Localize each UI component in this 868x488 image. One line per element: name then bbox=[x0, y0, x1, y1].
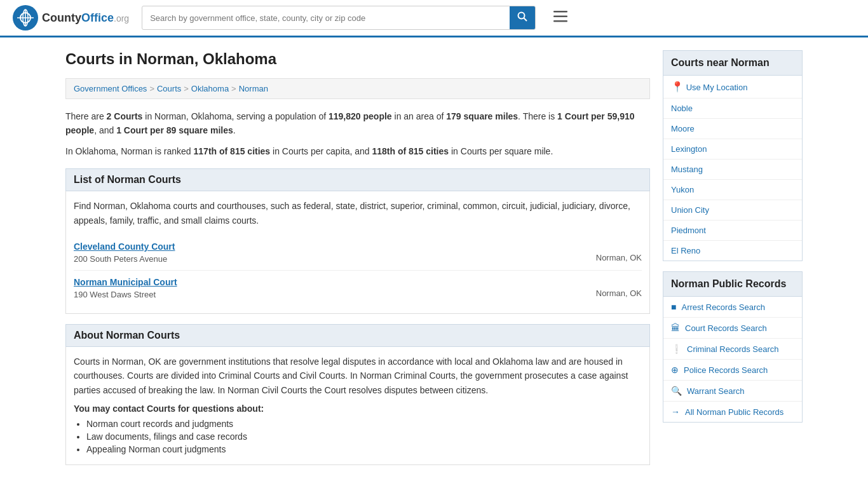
desc-pre1: There are bbox=[65, 111, 107, 121]
breadcrumb-link-courts[interactable]: Courts bbox=[157, 84, 181, 93]
sidebar-near-moore[interactable]: Moore bbox=[663, 119, 802, 139]
desc-end: . bbox=[233, 125, 236, 135]
bullet-list: Norman court records and judgments Law d… bbox=[86, 419, 642, 454]
breadcrumb-sep-2: > bbox=[184, 84, 189, 93]
breadcrumb: Government Offices > Courts > Oklahoma >… bbox=[65, 78, 650, 99]
about-section-header: About Norman Courts bbox=[65, 324, 650, 347]
desc-area: 179 square miles bbox=[446, 111, 518, 121]
main-container: Courts in Norman, Oklahoma Government Of… bbox=[53, 37, 815, 478]
breadcrumb-sep-1: > bbox=[149, 84, 154, 93]
public-records-header: Norman Public Records bbox=[663, 271, 803, 297]
about-text: Courts in Norman, OK are government inst… bbox=[74, 355, 642, 397]
desc-rank-pre: In Oklahoma, Norman is ranked bbox=[65, 146, 194, 156]
arrest-icon: ■ bbox=[671, 302, 676, 312]
court-city-2: Norman, OK bbox=[566, 288, 642, 299]
pr-criminal-records[interactable]: ❕ Criminal Records Search bbox=[663, 339, 802, 360]
content-area: Courts in Norman, Oklahoma Government Of… bbox=[65, 50, 650, 465]
court-name-2[interactable]: Norman Municipal Court bbox=[74, 277, 177, 287]
desc-rank2: 118th of 815 cities bbox=[372, 146, 449, 156]
breadcrumb-link-norman[interactable]: Norman bbox=[239, 84, 268, 93]
desc-post2: , and bbox=[94, 125, 116, 135]
sidebar-near-yukon[interactable]: Yukon bbox=[663, 180, 802, 200]
court-row-bottom-2: 190 West Daws Street Norman, OK bbox=[74, 288, 642, 299]
list-section-body: Find Norman, Oklahoma courts and courtho… bbox=[65, 191, 650, 314]
desc-rank-post: in Courts per square mile. bbox=[449, 146, 553, 156]
bullet-item-1: Norman court records and judgments bbox=[86, 419, 642, 429]
svg-rect-9 bbox=[553, 20, 567, 22]
court-row-top-1: Cleveland County Court bbox=[74, 241, 642, 252]
desc-post1: . There is bbox=[518, 111, 557, 121]
sidebar-near-noble[interactable]: Noble bbox=[663, 98, 802, 119]
logo-icon bbox=[13, 5, 38, 30]
court-row-top-2: Norman Municipal Court bbox=[74, 277, 642, 287]
svg-rect-7 bbox=[553, 11, 567, 13]
pr-criminal-label: Criminal Records Search bbox=[687, 344, 779, 354]
description-paragraph-1: There are 2 Courts in Norman, Oklahoma, … bbox=[65, 109, 650, 138]
pr-police-records[interactable]: ⊕ Police Records Search bbox=[663, 360, 802, 381]
court-address-1: 200 South Peters Avenue bbox=[74, 254, 566, 264]
bullet-item-2: Law documents, filings and case records bbox=[86, 431, 642, 442]
all-records-icon: → bbox=[671, 407, 680, 417]
svg-rect-8 bbox=[553, 16, 567, 18]
court-item-2: Norman Municipal Court 190 West Daws Str… bbox=[74, 271, 642, 306]
breadcrumb-link-oklahoma[interactable]: Oklahoma bbox=[191, 84, 229, 93]
pr-arrest-records[interactable]: ■ Arrest Records Search bbox=[663, 297, 802, 318]
sidebar: Courts near Norman 📍 Use My Location Nob… bbox=[663, 50, 803, 465]
court-address-2: 190 West Daws Street bbox=[74, 290, 566, 299]
logo-org: .org bbox=[114, 13, 129, 24]
public-records-list: ■ Arrest Records Search 🏛 Court Records … bbox=[663, 297, 803, 423]
list-intro: Find Norman, Oklahoma courts and courtho… bbox=[74, 199, 642, 227]
logo-office: Office bbox=[81, 11, 114, 24]
pr-all-records[interactable]: → All Norman Public Records bbox=[663, 402, 802, 422]
site-header: CountyOffice.org bbox=[0, 0, 868, 37]
logo-text: CountyOffice.org bbox=[42, 11, 129, 25]
svg-point-5 bbox=[519, 13, 525, 19]
court-icon: 🏛 bbox=[671, 323, 680, 333]
desc-rank1: 117th of 815 cities bbox=[194, 146, 271, 156]
desc-mid1: in Norman, Oklahoma, serving a populatio… bbox=[142, 111, 329, 121]
pr-court-label: Court Records Search bbox=[685, 323, 767, 333]
search-bar bbox=[142, 6, 536, 30]
courts-near-list: 📍 Use My Location Noble Moore Lexington … bbox=[663, 76, 803, 261]
use-my-location-link[interactable]: 📍 Use My Location bbox=[663, 76, 802, 98]
pr-warrant-label: Warrant Search bbox=[687, 386, 745, 396]
contact-label: You may contact Courts for questions abo… bbox=[74, 403, 642, 414]
pr-arrest-label: Arrest Records Search bbox=[681, 302, 765, 312]
desc-per-sqmi: 1 Court per 89 square miles bbox=[116, 125, 233, 135]
court-name-1[interactable]: Cleveland County Court bbox=[74, 241, 175, 252]
desc-population: 119,820 people bbox=[329, 111, 392, 121]
sidebar-near-el-reno[interactable]: El Reno bbox=[663, 241, 802, 261]
about-section-body: Courts in Norman, OK are government inst… bbox=[65, 347, 650, 465]
court-row-bottom-1: 200 South Peters Avenue Norman, OK bbox=[74, 253, 642, 264]
police-icon: ⊕ bbox=[671, 365, 679, 375]
pr-police-label: Police Records Search bbox=[684, 365, 768, 375]
menu-button[interactable] bbox=[548, 7, 573, 29]
page-title: Courts in Norman, Oklahoma bbox=[65, 50, 650, 68]
warrant-icon: 🔍 bbox=[671, 386, 682, 396]
courts-near-header: Courts near Norman bbox=[663, 50, 803, 76]
list-section-header: List of Norman Courts bbox=[65, 168, 650, 191]
sidebar-near-union-city[interactable]: Union City bbox=[663, 200, 802, 220]
description-paragraph-2: In Oklahoma, Norman is ranked 117th of 8… bbox=[65, 144, 650, 158]
pr-all-label: All Norman Public Records bbox=[685, 407, 783, 417]
use-location-label: Use My Location bbox=[686, 83, 748, 92]
search-button[interactable] bbox=[510, 6, 535, 29]
criminal-icon: ❕ bbox=[671, 344, 682, 354]
bullet-item-3: Appealing Norman court judgments bbox=[86, 444, 642, 454]
sidebar-near-mustang[interactable]: Mustang bbox=[663, 159, 802, 180]
sidebar-near-piedmont[interactable]: Piedmont bbox=[663, 220, 802, 241]
desc-rank-mid: in Courts per capita, and bbox=[270, 146, 372, 156]
court-city-1: Norman, OK bbox=[566, 253, 642, 264]
pr-court-records[interactable]: 🏛 Court Records Search bbox=[663, 318, 802, 339]
sidebar-near-lexington[interactable]: Lexington bbox=[663, 139, 802, 159]
pr-warrant-search[interactable]: 🔍 Warrant Search bbox=[663, 381, 802, 402]
desc-mid2: in an area of bbox=[392, 111, 447, 121]
court-item-1: Cleveland County Court 200 South Peters … bbox=[74, 235, 642, 271]
breadcrumb-sep-3: > bbox=[231, 84, 236, 93]
search-input[interactable] bbox=[142, 8, 510, 28]
logo-link[interactable]: CountyOffice.org bbox=[13, 5, 129, 30]
pin-icon: 📍 bbox=[671, 81, 684, 92]
svg-line-6 bbox=[524, 18, 527, 22]
desc-count: 2 Courts bbox=[107, 111, 143, 121]
breadcrumb-link-gov[interactable]: Government Offices bbox=[74, 84, 147, 93]
